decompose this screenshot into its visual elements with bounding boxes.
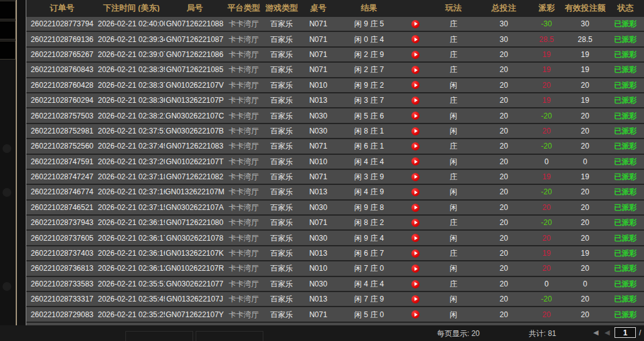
play-video-icon[interactable] [411, 66, 420, 74]
table-no-cell: N071 [300, 36, 336, 43]
play-video-icon[interactable] [411, 234, 420, 242]
total-bet-cell: 20 [478, 81, 529, 89]
payout-cell: 19 [529, 173, 564, 181]
game-type-cell: 百家乐 [263, 158, 300, 165]
order-no-cell: 260221028773794 [26, 20, 98, 28]
play-video-icon[interactable] [411, 51, 420, 59]
header-bet-time: 下注时间 (美东) [98, 4, 165, 12]
background-decoration [3, 188, 11, 197]
play-video-icon[interactable] [411, 127, 420, 135]
table-row: 2602210287608432026-02-21 02:38:39GN0712… [26, 61, 644, 76]
play-video-icon[interactable] [411, 142, 420, 150]
table-no-cell: N071 [300, 66, 336, 73]
payout-cell: 28.5 [529, 36, 564, 43]
result-cell: 闲 3 庄 7 [336, 97, 402, 104]
game-type-cell: 百家乐 [263, 204, 300, 211]
order-no-cell: 260221028746521 [26, 204, 98, 211]
bet-time-cell: 2026-02-21 02:40:00 [98, 20, 165, 28]
order-no-cell: 260221028746774 [26, 188, 98, 196]
play-video-icon[interactable] [411, 280, 420, 288]
status-badge: 已派彩 [606, 219, 644, 226]
order-no-cell: 260221028737403 [26, 249, 98, 257]
game-type-cell: 百家乐 [263, 173, 300, 181]
platform-cell: 卡卡湾厅 [224, 249, 263, 257]
result-video-cell [402, 249, 428, 257]
platform-cell: 卡卡湾厅 [224, 97, 263, 104]
game-type-cell: 百家乐 [263, 81, 300, 89]
round-no-cell: GN07126221088 [165, 20, 224, 28]
game-type-cell: 百家乐 [263, 311, 300, 318]
bet-time-cell: 2026-02-21 02:38:21 [98, 112, 165, 120]
valid-bet-cell: 19 [564, 51, 606, 58]
table-no-cell: N071 [300, 173, 336, 181]
game-type-cell: 百家乐 [263, 234, 300, 242]
play-video-icon[interactable] [411, 81, 420, 89]
total-bet-cell: 20 [478, 219, 529, 226]
play-video-icon[interactable] [411, 265, 420, 273]
bet-time-cell: 2026-02-21 02:38:36 [98, 97, 165, 104]
play-video-icon[interactable] [411, 310, 420, 318]
table-row: 2602210287379432026-02-21 02:36:19GN0712… [26, 214, 644, 229]
payout-cell: -20 [529, 219, 564, 226]
play-video-icon[interactable] [411, 188, 420, 196]
play-video-icon[interactable] [411, 157, 420, 165]
table-row: 2602210287290832026-02-21 02:35:25GN0712… [26, 306, 644, 321]
result-video-cell [402, 127, 428, 135]
play-type-cell: 庄 [428, 219, 478, 226]
total-bet-cell: 20 [478, 97, 529, 104]
round-no-cell: GN0302622107A [165, 204, 224, 211]
table-row: 2602210287604282026-02-21 02:38:37GN0102… [26, 77, 644, 92]
play-video-icon[interactable] [411, 219, 420, 227]
order-no-cell: 260221028760428 [26, 81, 98, 89]
play-video-icon[interactable] [411, 204, 420, 212]
play-video-icon[interactable] [411, 97, 420, 105]
status-badge: 已派彩 [606, 20, 644, 28]
result-cell: 闲 2 庄 7 [336, 66, 402, 73]
prev-page-icon[interactable]: ◀ [604, 328, 610, 337]
background-decoration [3, 282, 11, 291]
result-video-cell [402, 280, 428, 288]
play-video-icon[interactable] [411, 295, 420, 303]
table-no-cell: N010 [300, 265, 336, 272]
game-type-cell: 百家乐 [263, 249, 300, 257]
table-row: 2602210287335832026-02-21 02:35:51GN0302… [26, 276, 644, 291]
game-type-cell: 百家乐 [263, 51, 300, 58]
page-input[interactable] [615, 327, 636, 338]
bet-time-cell: 2026-02-21 02:39:07 [98, 51, 165, 58]
table-no-cell: N030 [300, 112, 336, 120]
payout-cell: 19 [529, 97, 564, 104]
platform-cell: 卡卡湾厅 [224, 158, 263, 165]
background-thumbnail [0, 1, 16, 19]
background-ghost-box [125, 331, 193, 341]
result-cell: 闲 4 庄 9 [336, 188, 402, 196]
play-video-icon[interactable] [411, 173, 420, 181]
table-row: 2602210287602942026-02-21 02:38:36GN0132… [26, 92, 644, 107]
status-badge: 已派彩 [606, 234, 644, 242]
round-no-cell: GN03026221078 [165, 234, 224, 242]
background-thumbnail [0, 21, 16, 39]
total-bet-cell: 20 [478, 127, 529, 135]
total-bet-cell: 20 [478, 112, 529, 120]
play-type-cell: 庄 [428, 280, 478, 288]
status-badge: 已派彩 [606, 265, 644, 272]
play-video-icon[interactable] [411, 20, 420, 28]
payout-cell: -20 [529, 112, 564, 120]
order-no-cell: 260221028733317 [26, 295, 98, 303]
play-video-icon[interactable] [411, 249, 420, 258]
result-video-cell [402, 112, 428, 120]
first-page-icon[interactable]: ◀ [593, 328, 598, 337]
total-bet-cell: 20 [478, 142, 529, 150]
play-video-icon[interactable] [411, 112, 420, 120]
game-type-cell: 百家乐 [263, 127, 300, 135]
result-cell: 闲 9 庄 2 [336, 81, 402, 89]
valid-bet-cell: 20 [564, 219, 606, 226]
status-badge: 已派彩 [606, 173, 644, 181]
status-badge: 已派彩 [606, 188, 644, 196]
play-video-icon[interactable] [411, 35, 420, 43]
platform-cell: 卡卡湾厅 [224, 36, 263, 43]
result-video-cell [402, 203, 428, 211]
order-no-cell: 260221028747247 [26, 173, 98, 181]
status-badge: 已派彩 [606, 204, 644, 211]
result-video-cell [402, 295, 428, 303]
result-cell: 闲 5 庄 0 [336, 311, 402, 318]
